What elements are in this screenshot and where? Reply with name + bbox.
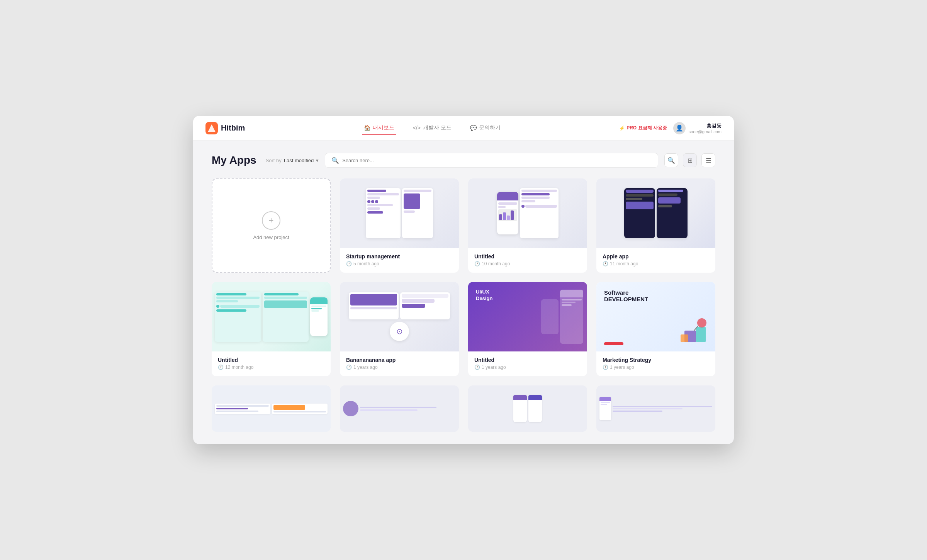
grid-view-button[interactable]: ⊞ <box>683 153 697 167</box>
header-right: ⚡ PRO 요금제 사용중 👤 홍길동 sooe@gmail.com <box>619 122 722 134</box>
app-card-startup[interactable]: Startup management 🕐 5 month ago <box>340 178 459 273</box>
clock-icon: 🕐 <box>218 365 224 370</box>
svg-rect-3 <box>696 327 706 342</box>
toolbar: My Apps Sort by Last modified ▾ 🔍 🔍 ⊞ ☰ <box>212 153 715 168</box>
card-thumbnail-untitled3: UI/UXDesign <box>468 282 587 351</box>
page-title: My Apps <box>212 154 256 166</box>
chat-icon: 💬 <box>470 125 477 131</box>
user-name: 홍길동 <box>689 122 722 129</box>
app-card-untitled2[interactable]: Untitled 🕐 12 month ago <box>212 282 331 376</box>
app-window: Hitbim 🏠 대시보드 </> 개발자 모드 💬 문의하기 ⚡ PRO 요금… <box>193 116 734 444</box>
partial-card-1[interactable] <box>212 385 331 432</box>
lightning-icon: ⚡ <box>619 126 625 131</box>
card-title-untitled2: Untitled <box>218 357 324 363</box>
nav-dev-mode[interactable]: </> 개발자 모드 <box>411 121 453 135</box>
apps-grid: + Add new project <box>212 178 715 432</box>
app-card-untitled3[interactable]: UI/UXDesign <box>468 282 587 376</box>
add-label: Add new project <box>253 234 289 240</box>
header: Hitbim 🏠 대시보드 </> 개발자 모드 💬 문의하기 ⚡ PRO 요금… <box>193 116 734 141</box>
card-info-untitled1: Untitled 🕐 10 month ago <box>468 248 587 273</box>
app-card-untitled1[interactable]: Untitled 🕐 10 month ago <box>468 178 587 273</box>
card-info-apple: Apple app 🕐 11 month ago <box>596 248 715 273</box>
card-title-apple: Apple app <box>603 253 709 260</box>
card-thumbnail-untitled2 <box>212 282 331 351</box>
menu-button[interactable]: ☰ <box>701 153 715 167</box>
app-card-marketing[interactable]: SoftwareDEVELOPMENT <box>596 282 715 376</box>
partial-thumb-1 <box>212 385 331 432</box>
logo[interactable]: Hitbim <box>205 122 245 134</box>
chevron-down-icon: ▾ <box>316 158 319 163</box>
avatar: 👤 <box>673 122 686 134</box>
card-time-marketing: 🕐 1 years ago <box>603 365 709 370</box>
card-time-apple: 🕐 11 month ago <box>603 261 709 266</box>
logo-text: Hitbim <box>221 124 245 132</box>
main-nav: 🏠 대시보드 </> 개발자 모드 💬 문의하기 <box>245 121 619 135</box>
isometric-icon <box>677 315 711 346</box>
add-circle: + <box>262 211 280 230</box>
user-email: sooe@gmail.com <box>689 129 722 134</box>
search-button[interactable]: 🔍 <box>664 153 678 167</box>
card-info-marketing: Marketing Strategy 🕐 1 years ago <box>596 351 715 376</box>
partial-card-3[interactable] <box>468 385 587 432</box>
card-info-untitled3: Untitled 🕐 1 years ago <box>468 351 587 376</box>
grid-icon: ⊞ <box>688 157 693 164</box>
user-details: 홍길동 sooe@gmail.com <box>689 122 722 134</box>
add-project-card[interactable]: + Add new project <box>212 178 331 273</box>
card-thumbnail-apple <box>596 178 715 248</box>
logo-icon <box>205 122 218 134</box>
card-title-marketing: Marketing Strategy <box>603 357 709 363</box>
card-info-banana: Bananananana app 🕐 1 years ago <box>340 351 459 376</box>
card-title-untitled3: Untitled <box>474 357 581 363</box>
clock-icon: 🕐 <box>474 365 480 370</box>
pro-badge: ⚡ PRO 요금제 사용중 <box>619 125 667 131</box>
card-time-untitled3: 🕐 1 years ago <box>474 365 581 370</box>
card-info-untitled2: Untitled 🕐 12 month ago <box>212 351 331 376</box>
content-area: My Apps Sort by Last modified ▾ 🔍 🔍 ⊞ ☰ <box>193 141 734 444</box>
card-title-banana: Bananananana app <box>346 357 453 363</box>
search-icon-btn: 🔍 <box>667 157 675 164</box>
card-time-startup: 🕐 5 month ago <box>346 261 453 266</box>
user-info[interactable]: 👤 홍길동 sooe@gmail.com <box>673 122 722 134</box>
search-icon: 🔍 <box>331 157 339 164</box>
card-thumbnail-startup <box>340 178 459 248</box>
search-input[interactable] <box>342 158 652 163</box>
menu-icon: ☰ <box>706 157 711 164</box>
partial-thumb-4 <box>596 385 715 432</box>
code-icon: </> <box>413 125 421 131</box>
toolbar-actions: 🔍 ⊞ ☰ <box>664 153 715 167</box>
card-time-untitled1: 🕐 10 month ago <box>474 261 581 266</box>
card-time-banana: 🕐 1 years ago <box>346 365 453 370</box>
clock-icon: 🕐 <box>603 365 608 370</box>
card-thumbnail-marketing: SoftwareDEVELOPMENT <box>596 282 715 351</box>
clock-icon: 🕐 <box>603 261 608 266</box>
partial-card-4[interactable] <box>596 385 715 432</box>
card-time-untitled2: 🕐 12 month ago <box>218 365 324 370</box>
nav-contact[interactable]: 💬 문의하기 <box>469 121 502 135</box>
clock-icon: 🕐 <box>474 261 480 266</box>
partial-thumb-2 <box>340 385 459 432</box>
svg-rect-4 <box>681 334 688 342</box>
card-info-startup: Startup management 🕐 5 month ago <box>340 248 459 273</box>
clock-icon: 🕐 <box>346 365 352 370</box>
search-bar: 🔍 <box>325 153 658 168</box>
card-thumbnail-untitled1 <box>468 178 587 248</box>
svg-point-5 <box>697 318 706 328</box>
clock-icon: 🕐 <box>346 261 352 266</box>
partial-card-2[interactable] <box>340 385 459 432</box>
card-thumbnail-banana: ⊙ <box>340 282 459 351</box>
sort-by-control[interactable]: Sort by Last modified ▾ <box>266 158 319 163</box>
card-title-untitled1: Untitled <box>474 253 581 260</box>
partial-thumb-3 <box>468 385 587 432</box>
app-card-apple[interactable]: Apple app 🕐 11 month ago <box>596 178 715 273</box>
nav-dashboard[interactable]: 🏠 대시보드 <box>362 121 396 135</box>
app-card-banana[interactable]: ⊙ Bananananana app 🕐 1 years ago <box>340 282 459 376</box>
card-title-startup: Startup management <box>346 253 453 260</box>
home-icon: 🏠 <box>364 125 370 131</box>
